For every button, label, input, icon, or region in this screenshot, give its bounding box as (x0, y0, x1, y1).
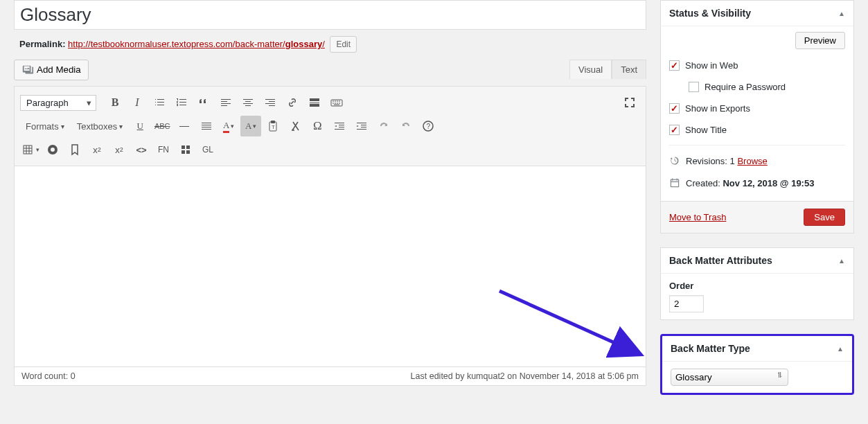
permalink-label: Permalink: (19, 39, 65, 49)
textboxes-dropdown[interactable]: Textboxes▾ (71, 116, 129, 136)
type-panel-header[interactable]: Back Matter Type▲ (662, 336, 852, 362)
require-password-label: Require a Password (705, 82, 786, 92)
attributes-panel-header[interactable]: Back Matter Attributes▲ (661, 248, 853, 274)
show-title-checkbox[interactable] (669, 125, 680, 135)
svg-rect-12 (186, 150, 190, 154)
editor-toolbar: Paragraph B I Formats▾ Textboxes▾ U ABC (14, 86, 646, 166)
gl-button[interactable]: GL (197, 139, 218, 160)
chevron-up-icon: ▲ (838, 10, 845, 17)
order-label: Order (669, 281, 845, 295)
paste-text-button[interactable]: T (263, 116, 283, 136)
preview-button[interactable]: Preview (795, 32, 845, 49)
blockquote-button[interactable] (193, 92, 214, 113)
subscript-button[interactable]: x2 (109, 139, 130, 160)
fullscreen-button[interactable] (619, 92, 640, 113)
show-web-checkbox[interactable] (669, 60, 680, 71)
clear-format-button[interactable] (285, 116, 305, 136)
grid-button[interactable] (175, 139, 196, 160)
chevron-up-icon: ▲ (838, 257, 845, 265)
back-matter-type-panel: Back Matter Type▲ Glossary (660, 334, 854, 395)
underline-button[interactable]: U (130, 116, 150, 136)
chevron-up-icon: ▲ (837, 345, 844, 353)
outdent-button[interactable] (329, 116, 350, 136)
tab-text[interactable]: Text (612, 60, 646, 79)
svg-rect-2 (271, 121, 275, 123)
help-button[interactable]: ? (418, 116, 439, 136)
text-color-button[interactable]: A▾ (218, 116, 239, 136)
media-icon (21, 64, 34, 76)
order-input[interactable] (669, 295, 704, 312)
show-exports-checkbox[interactable] (669, 103, 680, 114)
last-edited: Last edited by kumquat2 on November 14, … (411, 371, 639, 381)
bookmark-button[interactable] (64, 139, 85, 160)
svg-rect-10 (186, 145, 190, 149)
revisions-icon (669, 155, 680, 166)
indent-button[interactable] (351, 116, 372, 136)
link-button[interactable] (282, 92, 303, 113)
title-container[interactable]: Glossary (14, 0, 646, 30)
show-web-label: Show in Web (685, 60, 738, 71)
strikethrough-button[interactable]: ABC (152, 116, 172, 136)
save-button[interactable]: Save (804, 209, 845, 226)
formats-dropdown[interactable]: Formats▾ (20, 116, 70, 136)
annotation-arrow (493, 284, 652, 367)
browse-revisions-link[interactable]: Browse (737, 156, 767, 166)
paragraph-select[interactable]: Paragraph (20, 95, 96, 111)
fn-button[interactable]: FN (153, 139, 174, 160)
align-right-button[interactable] (260, 92, 281, 113)
editor-content[interactable] (14, 166, 646, 367)
special-char-button[interactable]: Ω (307, 116, 328, 136)
status-panel-header[interactable]: Status & Visibility▲ (661, 1, 853, 26)
svg-rect-11 (181, 150, 185, 154)
permalink-row: Permalink: http://testbooknormaluser.tex… (14, 33, 646, 60)
permalink-link[interactable]: http://testbooknormaluser.textopress.com… (68, 39, 325, 49)
add-media-button[interactable]: Add Media (14, 60, 89, 80)
table-button[interactable]: ▾ (20, 139, 41, 160)
move-to-trash-link[interactable]: Move to Trash (669, 212, 726, 222)
word-count: Word count: 0 (21, 371, 76, 381)
svg-rect-6 (24, 145, 32, 154)
edit-permalink-button[interactable]: Edit (330, 36, 357, 53)
show-title-label: Show Title (685, 125, 727, 135)
require-password-checkbox[interactable] (689, 82, 699, 92)
editor-status-bar: Word count: 0 Last edited by kumquat2 on… (14, 367, 646, 386)
code-button[interactable]: <> (131, 139, 152, 160)
bold-button[interactable]: B (105, 92, 125, 113)
align-center-button[interactable] (238, 92, 258, 113)
back-matter-attributes-panel: Back Matter Attributes▲ Order (660, 247, 854, 320)
svg-line-13 (499, 291, 638, 353)
svg-rect-9 (181, 145, 185, 149)
svg-point-8 (51, 148, 55, 152)
show-exports-label: Show in Exports (685, 103, 750, 114)
svg-text:?: ? (427, 123, 431, 130)
anchor-button[interactable] (42, 139, 63, 160)
hr-button[interactable] (174, 116, 195, 136)
calendar-icon (669, 177, 680, 188)
keyboard-button[interactable] (326, 92, 347, 113)
status-visibility-panel: Status & Visibility▲ Preview Show in Web… (660, 0, 854, 233)
bullet-list-button[interactable] (149, 92, 170, 113)
number-list-button[interactable] (171, 92, 192, 113)
align-justify-button[interactable] (196, 116, 217, 136)
bg-color-button[interactable]: A▾ (240, 116, 261, 136)
tab-visual[interactable]: Visual (569, 60, 612, 79)
svg-rect-14 (671, 179, 678, 186)
readmore-button[interactable] (304, 92, 325, 113)
align-left-button[interactable] (215, 92, 236, 113)
svg-text:T: T (272, 124, 275, 130)
undo-button[interactable] (373, 116, 394, 136)
back-matter-type-select[interactable]: Glossary (671, 369, 788, 386)
post-title[interactable]: Glossary (20, 3, 640, 27)
superscript-button[interactable]: x2 (87, 139, 107, 160)
redo-button[interactable] (396, 116, 416, 136)
italic-button[interactable]: I (127, 92, 148, 113)
